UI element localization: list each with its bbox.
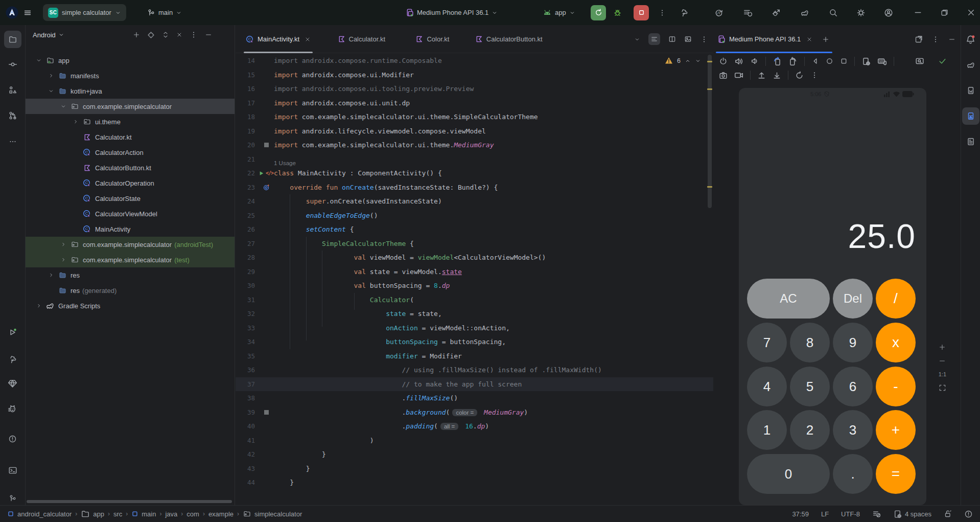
breadcrumb-example[interactable]: example [208, 510, 234, 518]
calc-key-x[interactable]: x [876, 323, 916, 362]
tree-item-calculatoroperation[interactable]: CCalculatorOperation [26, 175, 235, 191]
usage-hint[interactable]: 1 Usage [274, 160, 296, 166]
indent-size[interactable]: 4 spaces [893, 510, 931, 518]
expand-collapse-icon[interactable] [162, 31, 169, 38]
code-line-14[interactable]: 14import androidx.compose.runtime.Compos… [236, 54, 713, 68]
build-button[interactable] [680, 0, 689, 25]
breadcrumb-src[interactable]: src [113, 510, 122, 518]
tab-calculator-kt[interactable]: Calculator.kt [335, 25, 389, 53]
structure-tool-button[interactable] [4, 81, 21, 99]
breadcrumb-main[interactable]: main [131, 510, 156, 518]
tree-item-manifests[interactable]: manifests [26, 68, 235, 83]
tree-item-calculatorbutton-kt[interactable]: CalculatorButton.kt [26, 160, 235, 175]
chevron-right-icon[interactable] [33, 303, 45, 309]
android-home-icon[interactable] [826, 57, 833, 65]
run-class-icon[interactable]: </> [259, 170, 273, 176]
code-line-20[interactable]: 20import com.example.simplecalculator.ui… [236, 138, 713, 152]
tree-item-gradle-scripts[interactable]: Gradle Scripts [26, 298, 235, 313]
tree-item-calculatoraction[interactable]: CCalculatorAction [26, 145, 235, 160]
run-tool-button[interactable] [4, 324, 21, 341]
calc-key-8[interactable]: 8 [790, 323, 830, 362]
zoom-out-icon[interactable] [939, 357, 946, 365]
calc-key-ac[interactable]: AC [747, 279, 830, 319]
calc-key-5[interactable]: 5 [790, 367, 830, 406]
stop-button[interactable] [634, 5, 649, 20]
chevron-down-icon[interactable] [57, 103, 69, 109]
volume-up-icon[interactable] [734, 57, 743, 66]
more-device-actions-icon[interactable] [810, 71, 819, 79]
main-menu-button[interactable] [24, 0, 32, 25]
window-close-button[interactable] [967, 0, 975, 25]
apply-code-changes-button[interactable] [743, 0, 752, 25]
vcs-branch-selector[interactable]: main [147, 0, 182, 25]
calc-key-3[interactable]: 3 [833, 410, 873, 450]
tab-color-kt[interactable]: Color.kt [412, 25, 452, 53]
calc-key-del[interactable]: Del [833, 279, 873, 319]
breadcrumb-simplecalculator[interactable]: simplecalculator [243, 510, 302, 518]
commit-tool-button[interactable] [4, 56, 21, 73]
chevron-down-icon[interactable] [45, 88, 57, 94]
build-tool-button[interactable] [4, 351, 21, 368]
code-line-16[interactable]: 16import androidx.compose.ui.tooling.pre… [236, 82, 713, 96]
problems-tool-button[interactable] [4, 430, 21, 447]
calc-key-[interactable]: - [876, 367, 916, 406]
tree-item-com-example-simplecalculator[interactable]: com.example.simplecalculator(androidTest… [26, 237, 235, 252]
device-tab[interactable]: Medium Phone API 36.1 [717, 25, 829, 53]
window-minimize-button[interactable] [914, 0, 922, 25]
code-line-27[interactable]: 27 SimpleCalculatorTheme { [236, 237, 713, 251]
chevron-down-icon[interactable] [58, 32, 64, 38]
tree-item-res[interactable]: res [26, 267, 235, 283]
device-explorer-button[interactable] [962, 133, 979, 150]
close-icon[interactable] [305, 36, 311, 42]
file-lock-toggle[interactable] [944, 510, 952, 518]
reset-snapshot-icon[interactable] [795, 71, 804, 80]
tree-item-kotlin-java[interactable]: kotlin+java [26, 83, 235, 99]
code-line-43[interactable]: 43 } [236, 462, 713, 476]
calc-key-1[interactable]: 1 [747, 410, 787, 450]
window-restore-button[interactable] [940, 0, 949, 25]
android-overview-icon[interactable] [840, 57, 848, 65]
gradle-tool-button[interactable] [962, 56, 979, 74]
tree-item-calculatorviewmodel[interactable]: CCalculatorViewModel [26, 206, 235, 221]
run-configuration-selector[interactable]: app [543, 0, 575, 25]
upload-icon[interactable] [757, 71, 766, 80]
notifications-button[interactable] [962, 31, 979, 48]
tree-item-mainactivity[interactable]: CMainActivity [26, 221, 235, 237]
hide-panel-icon[interactable] [948, 36, 955, 43]
chevron-right-icon[interactable] [57, 241, 69, 247]
indent-style-icon[interactable] [872, 510, 881, 518]
power-button-icon[interactable] [719, 57, 728, 65]
screen-record-icon[interactable] [734, 71, 743, 80]
zoom-in-icon[interactable] [939, 344, 946, 351]
rerun-button[interactable] [591, 5, 606, 20]
calc-key-0[interactable]: 0 [747, 454, 830, 494]
color-preview-icon[interactable] [259, 410, 273, 415]
hidden-tabs-icon[interactable] [634, 36, 640, 42]
device-selector[interactable]: Medium Phone API 36.1 [405, 0, 498, 25]
file-encoding[interactable]: UTF-8 [841, 510, 860, 518]
tree-item-app[interactable]: app [26, 53, 235, 68]
line-separator[interactable]: LF [821, 510, 829, 518]
code-line-29[interactable]: 29 val state = viewModel.state [236, 265, 713, 279]
inspections-status-icon[interactable] [964, 510, 973, 518]
tab-mainactivity-kt[interactable]: CMainActivity.kt [243, 25, 314, 53]
code-line-22[interactable]: 22</>class MainActivity : ComponentActiv… [236, 166, 713, 180]
gemini-tool-button[interactable] [4, 375, 21, 392]
android-back-icon[interactable] [811, 57, 819, 65]
open-in-window-icon[interactable] [915, 35, 923, 43]
version-control-tool-button[interactable] [4, 490, 21, 507]
chevron-right-icon[interactable] [57, 257, 69, 263]
code-line-18[interactable]: 18import com.example.simplecalculator.ui… [236, 110, 713, 124]
code-line-40[interactable]: 40 .padding(all = 16.dp) [236, 419, 713, 434]
settings-button[interactable] [856, 0, 866, 25]
panel-options-icon[interactable] [931, 35, 940, 43]
collapse-all-icon[interactable] [176, 32, 182, 38]
debug-button[interactable] [613, 0, 622, 25]
calc-key-6[interactable]: 6 [833, 367, 873, 406]
project-view-selector[interactable]: Android [33, 31, 56, 39]
breadcrumb-com[interactable]: com [186, 510, 199, 518]
code-line-34[interactable]: 34 buttonSpacing = buttonSpacing, [236, 335, 713, 349]
running-devices-button[interactable] [962, 107, 979, 125]
screenshot-icon[interactable] [719, 71, 728, 80]
breadcrumb-java[interactable]: java [165, 510, 177, 518]
